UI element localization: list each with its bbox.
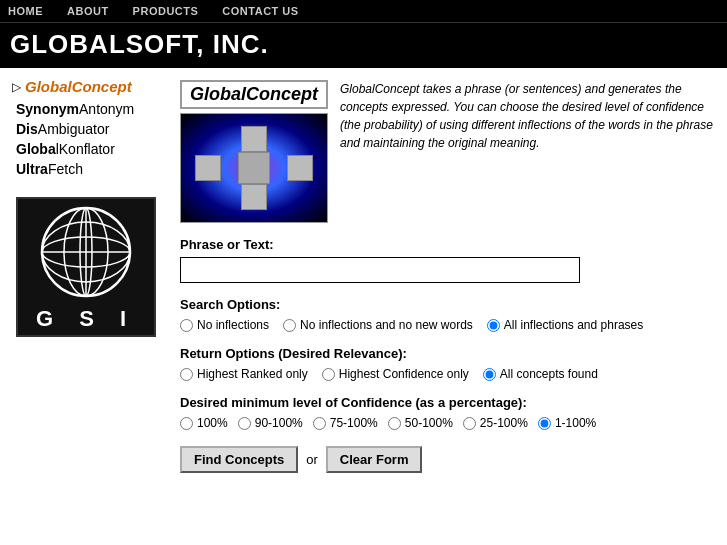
conf-75[interactable]: 75-100% (313, 416, 378, 430)
sidebar-active-item: ▷ GlobalConcept (12, 78, 170, 95)
conf-1-radio[interactable] (538, 417, 551, 430)
conf-50[interactable]: 50-100% (388, 416, 453, 430)
phrase-label: Phrase or Text: (180, 237, 713, 252)
return-options-group: Highest Ranked only Highest Confidence o… (180, 367, 713, 381)
nav-products[interactable]: PRODUCTS (133, 5, 199, 17)
return-highest-confidence-label: Highest Confidence only (339, 367, 469, 381)
search-no-inflections[interactable]: No inflections (180, 318, 269, 332)
main-content: GlobalConcept GlobalConcept takes a phra… (170, 68, 727, 545)
conf-25-radio[interactable] (463, 417, 476, 430)
search-all-inflections-label: All inflections and phrases (504, 318, 643, 332)
active-arrow-icon: ▷ (12, 80, 21, 94)
nav-contact[interactable]: CONTACT US (222, 5, 298, 17)
sidebar-link-suffix: Ambiguator (38, 121, 110, 137)
search-no-inflections-no-new[interactable]: No inflections and no new words (283, 318, 473, 332)
return-highest-confidence-radio[interactable] (322, 368, 335, 381)
conf-90-label: 90-100% (255, 416, 303, 430)
search-options-title: Search Options: (180, 297, 713, 312)
conf-1[interactable]: 1-100% (538, 416, 596, 430)
conf-100-radio[interactable] (180, 417, 193, 430)
sidebar-link-prefix: Dis (16, 121, 38, 137)
sidebar: ▷ GlobalConcept SynonymAntonym DisAmbigu… (0, 68, 170, 545)
sidebar-link-prefix: Synonym (16, 101, 79, 117)
return-highest-ranked-radio[interactable] (180, 368, 193, 381)
clear-form-button[interactable]: Clear Form (326, 446, 423, 473)
search-options-group: No inflections No inflections and no new… (180, 318, 713, 332)
sidebar-item-disambiguator[interactable]: DisAmbiguator (16, 121, 170, 137)
sidebar-active-label: GlobalConcept (25, 78, 132, 95)
return-all-concepts[interactable]: All concepts found (483, 367, 598, 381)
or-label: or (306, 452, 318, 467)
chip-top-icon (241, 126, 267, 152)
search-all-inflections-radio[interactable] (487, 319, 500, 332)
sidebar-link-prefix: Globa (16, 141, 56, 157)
chip-center-icon (238, 152, 270, 184)
find-concepts-button[interactable]: Find Concepts (180, 446, 298, 473)
conf-50-label: 50-100% (405, 416, 453, 430)
sidebar-item-ultrafetch[interactable]: UltraFetch (16, 161, 170, 177)
return-highest-ranked[interactable]: Highest Ranked only (180, 367, 308, 381)
search-no-inflections-label: No inflections (197, 318, 269, 332)
sidebar-link-suffix: lKonflator (56, 141, 115, 157)
nav-about[interactable]: ABOUT (67, 5, 109, 17)
chip-left-icon (195, 155, 221, 181)
gc-header: GlobalConcept GlobalConcept takes a phra… (180, 80, 713, 223)
search-no-inflections-no-new-radio[interactable] (283, 319, 296, 332)
site-title: GLOBALSOFT, INC. (10, 29, 717, 60)
chip-right-icon (287, 155, 313, 181)
top-navigation: HOME ABOUT PRODUCTS CONTACT US (0, 0, 727, 22)
conf-50-radio[interactable] (388, 417, 401, 430)
return-highest-ranked-label: Highest Ranked only (197, 367, 308, 381)
return-options-title: Return Options (Desired Relevance): (180, 346, 713, 361)
conf-75-label: 75-100% (330, 416, 378, 430)
sidebar-link-suffix: Fetch (48, 161, 83, 177)
conf-100[interactable]: 100% (180, 416, 228, 430)
gc-description: GlobalConcept takes a phrase (or sentenc… (340, 80, 713, 223)
conf-75-radio[interactable] (313, 417, 326, 430)
sidebar-link-suffix: Antonym (79, 101, 134, 117)
gc-product-title: GlobalConcept (180, 80, 328, 109)
search-no-inflections-no-new-label: No inflections and no new words (300, 318, 473, 332)
conf-1-label: 1-100% (555, 416, 596, 430)
return-all-concepts-label: All concepts found (500, 367, 598, 381)
gsi-text: G S I (36, 306, 136, 332)
search-all-inflections[interactable]: All inflections and phrases (487, 318, 643, 332)
confidence-group: 100% 90-100% 75-100% 50-100% 25-100% 1-1… (180, 416, 713, 430)
conf-90[interactable]: 90-100% (238, 416, 303, 430)
return-all-concepts-radio[interactable] (483, 368, 496, 381)
button-row: Find Concepts or Clear Form (180, 446, 713, 473)
conf-90-radio[interactable] (238, 417, 251, 430)
return-highest-confidence[interactable]: Highest Confidence only (322, 367, 469, 381)
conf-25[interactable]: 25-100% (463, 416, 528, 430)
nav-home[interactable]: HOME (8, 5, 43, 17)
conf-100-label: 100% (197, 416, 228, 430)
confidence-title: Desired minimum level of Confidence (as … (180, 395, 713, 410)
gc-product-image (180, 113, 328, 223)
main-layout: ▷ GlobalConcept SynonymAntonym DisAmbigu… (0, 68, 727, 545)
globe-icon (36, 202, 136, 302)
sidebar-item-globalkonflator[interactable]: GlobalKonflator (16, 141, 170, 157)
gc-image-area: GlobalConcept (180, 80, 328, 223)
site-header: GLOBALSOFT, INC. (0, 22, 727, 68)
sidebar-link-prefix: Ultra (16, 161, 48, 177)
search-no-inflections-radio[interactable] (180, 319, 193, 332)
sidebar-item-synonymantonym[interactable]: SynonymAntonym (16, 101, 170, 117)
conf-25-label: 25-100% (480, 416, 528, 430)
phrase-input[interactable] (180, 257, 580, 283)
gsi-logo: G S I (16, 197, 156, 337)
chip-bottom-icon (241, 184, 267, 210)
